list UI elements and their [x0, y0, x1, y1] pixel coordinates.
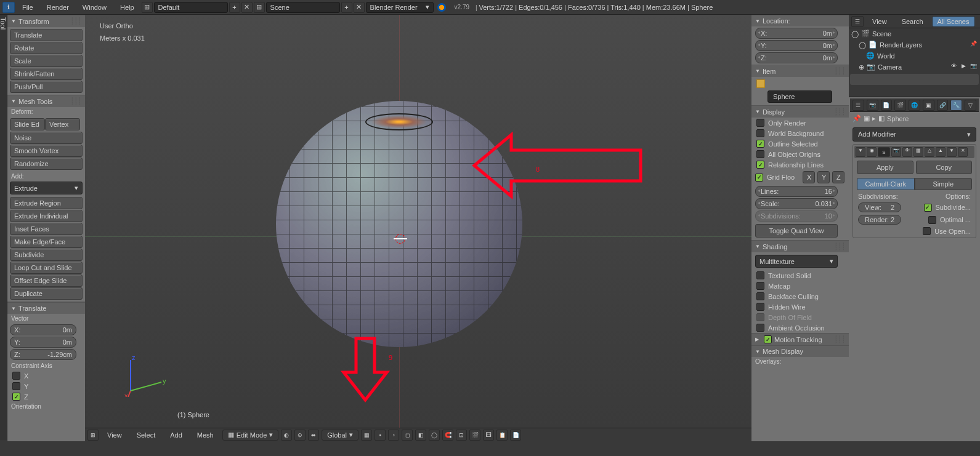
grid-z-button[interactable]: Z: [832, 171, 844, 183]
mesh-menu[interactable]: Mesh: [191, 430, 220, 440]
mod-delete-icon[interactable]: ✕: [958, 147, 968, 157]
edge-select-icon[interactable]: ▫: [388, 430, 399, 441]
mod-apply-button[interactable]: Apply: [857, 161, 913, 174]
manipulator-icon[interactable]: ⬌: [308, 430, 319, 441]
props-tab-modifiers[interactable]: 🔧: [950, 100, 962, 111]
motion-tracking-panel-header[interactable]: ▶Motion Tracking┊┊┊: [751, 333, 849, 345]
extrude-region-button[interactable]: Extrude Region: [10, 197, 83, 209]
scale-button[interactable]: Scale: [10, 55, 83, 67]
viewport-canvas[interactable]: User Ortho Meters x 0.031 z y x (1) Sphe…: [85, 15, 751, 428]
mesh-tools-panel-header[interactable]: ▼Mesh Tools┊┊┊: [7, 95, 85, 107]
outliner-layers-row[interactable]: [850, 74, 979, 85]
offset-edge-button[interactable]: Offset Edge Slide: [10, 274, 83, 287]
help-menu[interactable]: Help: [114, 2, 140, 12]
simple-button[interactable]: Simple: [915, 178, 973, 190]
pivot-icon[interactable]: ⊙: [294, 430, 306, 441]
restrict-select-icon[interactable]: ▶: [959, 63, 968, 71]
outliner-view-menu[interactable]: View: [866, 17, 893, 26]
constraint-z-checkbox[interactable]: Z: [7, 391, 85, 402]
editor-type-icon[interactable]: ℹ: [2, 2, 15, 13]
scene-add-button[interactable]: +: [341, 2, 352, 13]
props-tab-layers[interactable]: 📄: [881, 100, 893, 111]
restrict-render-icon[interactable]: 📷: [969, 63, 978, 71]
grid-scale-field[interactable]: Scale:0.031: [755, 198, 838, 209]
mod-realtime-icon[interactable]: 👁: [902, 147, 912, 157]
transform-panel-header[interactable]: ▼Transform┊┊┊: [7, 15, 85, 27]
view-menu[interactable]: View: [101, 430, 128, 440]
textured-solid-checkbox[interactable]: Textured Solid: [751, 270, 849, 281]
constraint-x-checkbox[interactable]: X: [7, 370, 85, 381]
vertex-button[interactable]: Vertex: [45, 118, 80, 130]
make-edge-face-button[interactable]: Make Edge/Face: [10, 236, 83, 248]
backface-culling-checkbox[interactable]: Backface Culling: [751, 291, 849, 302]
outline-selected-checkbox[interactable]: Outline Selected: [751, 138, 849, 149]
layout-delete-button[interactable]: ✕: [241, 2, 253, 13]
select-menu[interactable]: Select: [131, 430, 162, 440]
subdiv-render-field[interactable]: Render:2: [858, 215, 901, 225]
translate-button[interactable]: Translate: [10, 29, 83, 41]
proportional-icon[interactable]: ◯: [429, 430, 440, 441]
mod-render-icon[interactable]: 📷: [891, 147, 901, 157]
inset-faces-button[interactable]: Inset Faces: [10, 223, 83, 235]
mod-cage-icon[interactable]: △: [925, 147, 934, 157]
matcap-checkbox[interactable]: Matcap: [751, 281, 849, 291]
snap-type-icon[interactable]: ⊡: [456, 430, 467, 441]
hidden-wire-checkbox[interactable]: Hidden Wire: [751, 302, 849, 312]
render-engine-dropdown[interactable]: Blender Render▾: [366, 2, 434, 13]
mesh-display-panel-header[interactable]: ▼Mesh Display: [751, 345, 849, 357]
scene-browse-icon[interactable]: ⊞: [254, 2, 265, 13]
constraint-y-checkbox[interactable]: Y: [7, 381, 85, 391]
extrude-dropdown[interactable]: Extrude▾: [10, 182, 83, 194]
outliner-search-menu[interactable]: Search: [896, 17, 929, 26]
mod-name-input[interactable]: [878, 147, 890, 157]
slide-edge-button[interactable]: Slide Ed: [10, 118, 45, 130]
grid-y-button[interactable]: Y: [817, 171, 830, 183]
snap-icon[interactable]: 🧲: [442, 430, 453, 441]
face-select-icon[interactable]: ◻: [402, 430, 413, 441]
tab-tool[interactable]: Tool: [0, 15, 7, 441]
props-tab-data[interactable]: ▽: [965, 100, 976, 111]
only-render-checkbox[interactable]: Only Render: [751, 118, 849, 128]
limit-selection-icon[interactable]: ◧: [415, 430, 426, 441]
shading-method-dropdown[interactable]: Multitexture▾: [755, 255, 838, 268]
relationship-lines-checkbox[interactable]: Relationship Lines: [751, 159, 849, 170]
ao-checkbox[interactable]: Ambient Occlusion: [751, 322, 849, 333]
scene-delete-button[interactable]: ✕: [354, 2, 365, 13]
mod-up-icon[interactable]: ▲: [936, 147, 946, 157]
subdiv-view-field[interactable]: View:2: [858, 202, 901, 212]
outliner-item-world[interactable]: 🌐World: [849, 50, 980, 62]
use-opensubdiv-checkbox[interactable]: [923, 227, 931, 235]
vector-x-field[interactable]: X:0m: [10, 324, 76, 335]
mod-down-icon[interactable]: ▼: [947, 147, 957, 157]
mod-editmode-icon[interactable]: ▦: [913, 147, 923, 157]
subdivide-uvs-checkbox[interactable]: [924, 204, 932, 212]
loc-x-field[interactable]: X:0m: [755, 28, 838, 39]
mod-copy-button[interactable]: Copy: [916, 161, 973, 174]
smooth-vertex-button[interactable]: Smooth Vertex: [10, 145, 83, 157]
viewport-shading-icon[interactable]: ◐: [281, 430, 292, 441]
editor-type-icon[interactable]: ⊞: [87, 430, 99, 441]
scene-field[interactable]: Scene: [266, 2, 340, 13]
add-menu[interactable]: Add: [164, 430, 188, 440]
grid-floor-checkbox[interactable]: [755, 174, 763, 182]
grid-x-button[interactable]: X: [803, 171, 815, 183]
display-panel-header[interactable]: ▼Display┊┊┊: [751, 105, 849, 118]
shading-panel-header[interactable]: ▼Shading┊┊┊: [751, 240, 849, 252]
grid-lines-field[interactable]: Lines:16: [755, 186, 838, 197]
pin-icon[interactable]: 📌: [852, 114, 861, 122]
push-pull-button[interactable]: Push/Pull: [10, 81, 83, 93]
props-tab-world[interactable]: 🌐: [909, 100, 920, 111]
subdivide-button[interactable]: Subdivide: [10, 249, 83, 261]
extrude-individual-button[interactable]: Extrude Individual: [10, 210, 83, 222]
render-anim-icon[interactable]: 🎞: [483, 430, 494, 441]
vert-select-icon[interactable]: ▪: [375, 430, 386, 441]
window-menu[interactable]: Window: [76, 2, 113, 12]
vector-y-field[interactable]: Y:0m: [10, 337, 76, 348]
toggle-quad-view-button[interactable]: Toggle Quad View: [755, 224, 838, 238]
location-panel-header[interactable]: ▼Location:: [751, 15, 849, 26]
vector-z-field[interactable]: Z:-1.29cm: [10, 349, 76, 360]
rotate-button[interactable]: Rotate: [10, 42, 83, 54]
loop-cut-button[interactable]: Loop Cut and Slide: [10, 262, 83, 274]
shrink-fatten-button[interactable]: Shrink/Fatten: [10, 68, 83, 80]
object-name-input[interactable]: [767, 90, 832, 103]
